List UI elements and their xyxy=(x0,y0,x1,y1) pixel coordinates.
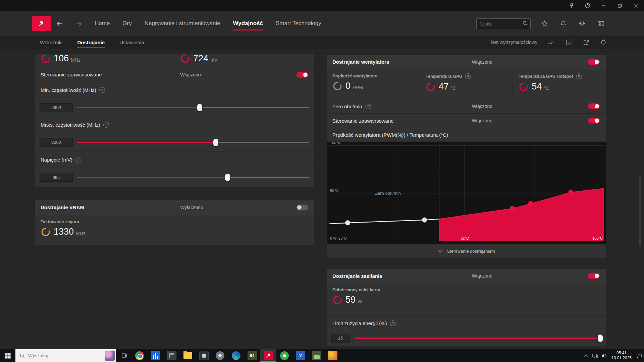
minimize-button[interactable] xyxy=(596,0,612,11)
slider-handle[interactable] xyxy=(213,139,218,146)
settings-gear-icon[interactable] xyxy=(578,20,586,27)
taskbar-clock[interactable]: 05:41 10.01.2025 xyxy=(610,351,633,361)
subtab-ustawienia[interactable]: Ustawienia xyxy=(119,40,144,45)
amd-radeon-logo[interactable] xyxy=(32,16,51,31)
max-frequency-slider[interactable] xyxy=(77,142,309,143)
min-frequency-input[interactable] xyxy=(40,103,73,112)
stat-value: 59 xyxy=(345,295,356,305)
fan-curve-svg[interactable]: 100 %50 %0 %, 25°C62°C100°CZero obr./min xyxy=(327,142,606,244)
reset-restore-icon[interactable] xyxy=(600,39,607,46)
help-icon[interactable]: ? xyxy=(365,104,371,109)
voltage-label-row: Napięcie (mV) ? xyxy=(35,152,314,168)
forward-arrow-icon[interactable] xyxy=(74,19,83,28)
taskbar-apps: 64 V xyxy=(131,349,341,362)
tab-home[interactable]: Home xyxy=(95,20,110,27)
search-highlight-image[interactable] xyxy=(105,351,115,361)
performance-monitor-app-icon[interactable] xyxy=(148,349,164,362)
tuning-control-footer[interactable]: Sterowanie dostrajaniem xyxy=(327,244,606,258)
advanced-control-toggle[interactable] xyxy=(297,72,308,77)
favorites-star-icon[interactable] xyxy=(541,20,548,27)
voltage-gauge-icon xyxy=(180,54,190,64)
tab-smart-technology[interactable]: Smart Technology xyxy=(276,20,321,27)
zero-rpm-toggle[interactable] xyxy=(588,104,600,109)
help-icon[interactable]: ? xyxy=(576,73,582,79)
subnav-tabs: Wskaźniki Dostrajanie Ustawienia xyxy=(40,36,144,49)
tab-wydajnosc[interactable]: Wydajność xyxy=(233,20,263,27)
pin-window-icon[interactable] xyxy=(564,0,580,11)
app-icon-6[interactable] xyxy=(212,349,228,362)
max-frequency-input[interactable] xyxy=(40,138,73,147)
fan-curve-chart[interactable]: 100 %50 %0 %, 25°C62°C100°CZero obr./min xyxy=(327,142,606,244)
search-icon xyxy=(20,353,25,358)
slider-handle[interactable] xyxy=(598,335,603,342)
slider-handle[interactable] xyxy=(197,104,202,111)
vram-toggle[interactable] xyxy=(297,204,308,210)
windows-taskbar: 64 V 05:41 10.01.2025 xyxy=(0,349,644,362)
stat-unit: °C xyxy=(451,85,456,91)
slider-handle[interactable] xyxy=(225,174,230,181)
help-titlebar-icon[interactable] xyxy=(580,0,596,11)
help-icon[interactable]: ? xyxy=(390,320,396,326)
volume-icon[interactable] xyxy=(601,353,607,358)
cpu-64-app-icon[interactable]: 64 xyxy=(244,349,260,362)
fan-stats-row: Prędkość wentylatora 0 RPM Temperatura G… xyxy=(327,69,606,99)
power-tuning-card: Dostrajanie zasilania Włączono Pobór moc… xyxy=(327,269,606,346)
tab-nagrywanie[interactable]: Nagrywanie i strumieniowanie xyxy=(145,20,220,27)
calculator-app-icon[interactable] xyxy=(164,349,180,362)
taskbar-search-input[interactable] xyxy=(28,353,105,358)
search-box[interactable] xyxy=(476,18,531,29)
v-app-icon[interactable]: V xyxy=(292,349,309,362)
svg-text:0 %, 25°C: 0 %, 25°C xyxy=(330,236,347,240)
fan-advanced-toggle[interactable] xyxy=(588,118,600,124)
chrome-app-icon[interactable] xyxy=(131,349,148,362)
file-explorer-app-icon[interactable] xyxy=(180,349,196,362)
help-icon[interactable]: ? xyxy=(103,122,109,128)
tray-expand-chevron-icon[interactable] xyxy=(584,354,588,357)
fan-advanced-label: Sterowanie zaawansowane xyxy=(332,118,394,124)
min-frequency-slider[interactable] xyxy=(77,107,309,108)
edge-browser-app-icon[interactable] xyxy=(228,349,244,362)
back-arrow-icon[interactable] xyxy=(55,19,64,28)
notifications-bell-icon[interactable] xyxy=(559,20,567,27)
gpu-clipped-stats-row: 106 MHz 724 mV xyxy=(35,49,314,67)
close-button[interactable] xyxy=(628,0,644,11)
zero-rpm-label: Zero obr./min xyxy=(332,104,362,109)
tab-gry[interactable]: Gry xyxy=(122,20,131,27)
slider-fill xyxy=(355,338,600,339)
power-limit-input[interactable] xyxy=(331,334,350,343)
svg-text:62°C: 62°C xyxy=(461,236,469,240)
start-button[interactable] xyxy=(0,349,15,362)
stat-unit: RPM xyxy=(353,85,363,90)
account-card-icon[interactable] xyxy=(597,20,604,27)
subtab-dostrajanie[interactable]: Dostrajanie xyxy=(77,40,105,45)
taskbar-search-box[interactable] xyxy=(15,349,116,362)
endurance-gauge-icon[interactable] xyxy=(547,39,555,46)
help-icon[interactable]: ? xyxy=(99,87,105,93)
vram-clock-label: Taktowanie zegara xyxy=(41,219,314,224)
voltage-input[interactable] xyxy=(40,173,73,182)
app-icon-5[interactable] xyxy=(196,349,212,362)
report-log-icon[interactable] xyxy=(565,39,572,46)
vram-card-header: Dostrajanie VRAM Wyłączono xyxy=(35,200,314,215)
fan-toggle[interactable] xyxy=(588,59,600,65)
action-center-icon[interactable] xyxy=(636,353,642,358)
search-input[interactable] xyxy=(477,21,523,26)
restore-button[interactable] xyxy=(612,0,628,11)
vram-clock-gauge-icon xyxy=(41,227,51,237)
network-icon[interactable] xyxy=(592,353,598,358)
scrollbar-thumb[interactable] xyxy=(639,177,641,246)
voltage-slider[interactable] xyxy=(77,177,309,178)
hotspot-temp-column: Temperatura GPU Hotspot? 54 °C xyxy=(513,69,606,99)
subtab-wskazniki[interactable]: Wskaźniki xyxy=(40,40,63,45)
power-toggle[interactable] xyxy=(588,273,600,279)
share-export-icon[interactable] xyxy=(582,39,590,46)
task-view-icon[interactable] xyxy=(116,349,131,362)
power-limit-slider[interactable] xyxy=(355,338,600,339)
help-icon[interactable]: ? xyxy=(465,73,471,79)
help-icon[interactable]: ? xyxy=(75,157,81,163)
app-icon-10[interactable] xyxy=(276,349,292,362)
app-icon-12[interactable] xyxy=(309,349,325,362)
app-icon-13[interactable] xyxy=(325,349,341,362)
amd-adrenalin-app-icon[interactable] xyxy=(260,349,276,362)
fan-speed-stat: 0 RPM xyxy=(332,81,420,91)
